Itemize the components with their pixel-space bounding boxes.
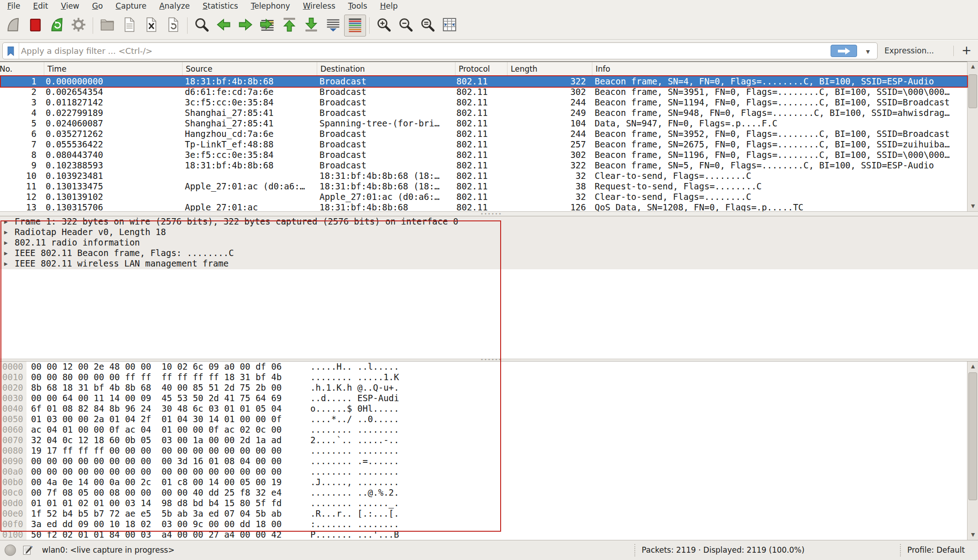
menu-item[interactable]: Help (374, 0, 404, 12)
hex-row[interactable]: 00a0 00 00 00 00 00 00 00 00 00 00 00 00… (0, 466, 967, 477)
scroll-up-arrow[interactable]: ▲ (968, 62, 978, 72)
menu-item[interactable]: Tools (342, 0, 374, 12)
hex-row[interactable]: 0030 00 00 64 00 11 14 00 09 45 53 50 2d… (0, 393, 967, 403)
detail-tree-row[interactable]: ▶ IEEE 802.11 wireless LAN management fr… (0, 258, 978, 269)
stop-capture-button[interactable] (24, 15, 46, 37)
close-capture-button[interactable] (140, 15, 162, 37)
column-header-destination[interactable]: Destination (317, 62, 455, 76)
apply-filter-button[interactable] (831, 45, 857, 57)
hex-row[interactable]: 0050 01 03 00 00 2a 01 04 2f 01 04 30 14… (0, 414, 967, 424)
packet-list-scrollbar[interactable]: ▲ ▼ (967, 62, 978, 211)
display-filter-input[interactable] (21, 43, 815, 58)
hex-ascii: .....H.. ..l..... (310, 361, 399, 372)
column-header-length[interactable]: Length (507, 62, 592, 76)
colorize-packets-button[interactable] (344, 15, 366, 37)
menu-item[interactable]: Wireless (297, 0, 342, 12)
go-back-button[interactable] (213, 15, 235, 37)
hex-row[interactable]: 00c0 00 7f 08 05 00 08 00 00 00 00 40 dd… (0, 487, 967, 498)
save-capture-button[interactable] (118, 15, 140, 37)
menu-item[interactable]: Edit (26, 0, 54, 12)
hex-row[interactable]: 0060 ac 04 01 00 00 0f ac 04 01 00 00 0f… (0, 424, 967, 435)
detail-tree-row[interactable]: ▶ IEEE 802.11 Beacon frame, Flags: .....… (0, 248, 978, 258)
hex-row[interactable]: 0040 6f 01 08 82 84 8b 96 24 30 48 6c 03… (0, 403, 967, 414)
packet-row[interactable]: 13 0.130315706 Apple_27:01:ac 18:31:bf:4… (0, 202, 967, 211)
find-packet-button[interactable] (191, 15, 213, 37)
packet-row[interactable]: 1 0.000000000 18:31:bf:4b:8b:68 Broadcas… (0, 76, 967, 87)
packet-row[interactable]: 12 0.130139102 Apple_27:01:ac (d0:a6:… 8… (0, 192, 967, 202)
column-header-protocol[interactable]: Protocol (455, 62, 507, 76)
capture-comment-button[interactable] (22, 544, 34, 556)
filter-dropdown-caret[interactable]: ▼ (866, 49, 870, 55)
go-first-packet-button[interactable] (278, 15, 300, 37)
cell-source: Tp-LinkT_ef:48:88 (185, 139, 316, 150)
packet-row[interactable]: 3 0.011827142 3c:f5:cc:0e:35:84 Broadcas… (0, 97, 967, 108)
filter-bookmark-button[interactable] (3, 43, 19, 59)
display-filter-field[interactable]: ▼ (2, 42, 878, 59)
scrollbar-thumb[interactable] (968, 74, 977, 108)
packet-row[interactable]: 8 0.080443740 3e:f5:cc:0e:35:84 Broadcas… (0, 150, 967, 160)
reload-file-button[interactable] (162, 15, 184, 37)
menu-item[interactable]: View (54, 0, 85, 12)
go-forward-button[interactable] (235, 15, 256, 37)
expander-arrow-icon[interactable]: ▶ (4, 248, 8, 258)
menu-item[interactable]: Statistics (196, 0, 245, 12)
hex-row[interactable]: 0020 8b 68 18 31 bf 4b 8b 68 40 00 85 51… (0, 382, 967, 393)
hex-row[interactable]: 00b0 00 4a 0e 14 00 0a 00 2c 01 c8 00 14… (0, 477, 967, 487)
scroll-down-arrow[interactable]: ▼ (968, 201, 978, 211)
expander-arrow-icon[interactable]: ▶ (4, 237, 8, 248)
packet-row[interactable]: 11 0.130133475 Apple_27:01:ac (d0:a6:… 1… (0, 181, 967, 192)
hex-pane-scrollbar[interactable]: ▲ ▼ (967, 361, 978, 540)
zoom-100-button[interactable] (417, 15, 439, 37)
pane-splitter[interactable]: •••••• (0, 211, 978, 216)
detail-tree-row[interactable]: ▶ 802.11 radio information (0, 237, 978, 248)
zoom-in-button[interactable] (373, 15, 395, 37)
go-to-packet-button[interactable] (256, 15, 278, 37)
column-header-source[interactable]: Source (183, 62, 317, 76)
expander-arrow-icon[interactable]: ▶ (4, 258, 8, 269)
expression-button[interactable]: Expression... (884, 40, 934, 62)
zoom-out-button[interactable] (395, 15, 417, 37)
packet-row[interactable]: 6 0.035271262 Hangzhou_cd:7a:6e Broadcas… (0, 129, 967, 139)
packet-row[interactable]: 7 0.055536422 Tp-LinkT_ef:48:88 Broadcas… (0, 139, 967, 150)
profile-button[interactable]: Profile: Default (907, 540, 965, 560)
expander-arrow-icon[interactable]: ▶ (4, 227, 8, 237)
menu-item[interactable]: Go (86, 0, 110, 12)
open-capture-button[interactable] (96, 15, 118, 37)
column-header-info[interactable]: Info (592, 62, 967, 76)
hex-row[interactable]: 00f0 3a ed dd 09 00 10 18 02 03 00 9c 00… (0, 519, 967, 529)
hex-row[interactable]: 0080 19 17 ff ff ff 00 00 00 00 00 00 00… (0, 445, 967, 456)
hex-row[interactable]: 00d0 01 01 01 02 01 00 03 14 98 d8 bd b4… (0, 498, 967, 508)
column-header-time[interactable]: Time (44, 62, 183, 76)
packet-row[interactable]: 10 0.103923481 18:31:bf:4b:8b:68 (18:… 8… (0, 171, 967, 181)
hex-row[interactable]: 0100 50 f2 02 01 01 84 00 03 a4 00 00 27… (0, 529, 967, 540)
hex-row[interactable]: 0000 00 00 12 00 2e 48 00 00 10 02 6c 09… (0, 361, 967, 372)
packet-row[interactable]: 9 0.102388593 18:31:bf:4b:8b:68 Broadcas… (0, 160, 967, 171)
hex-row[interactable]: 0090 00 00 00 00 00 00 00 00 00 3d 16 01… (0, 456, 967, 466)
hex-row[interactable]: 00e0 1f 52 b4 b5 b7 72 ae e5 5b ab 3a ed… (0, 508, 967, 519)
menu-item[interactable]: Telephony (245, 0, 297, 12)
column-header-no[interactable]: No. (0, 62, 44, 76)
menu-item[interactable]: Capture (109, 0, 153, 12)
hex-offset: 0000 (2, 361, 26, 372)
packet-row[interactable]: 2 0.002654354 d6:61:fe:cd:7a:6e Broadcas… (0, 87, 967, 97)
scroll-up-arrow[interactable]: ▲ (968, 361, 978, 372)
expert-info-button[interactable] (5, 544, 16, 556)
start-capture-button[interactable] (2, 15, 24, 37)
add-filter-button[interactable]: + (958, 40, 975, 62)
go-last-packet-button[interactable] (300, 15, 322, 37)
hex-row[interactable]: 0010 00 00 80 00 00 00 ff ff ff ff ff ff… (0, 372, 967, 382)
detail-tree-row[interactable]: ▶ Frame 1: 322 bytes on wire (2576 bits)… (0, 216, 978, 227)
packet-row[interactable]: 5 0.024060087 Shanghai_27:85:41 Spanning… (0, 118, 967, 129)
menu-item[interactable]: Analyze (153, 0, 196, 12)
packet-row[interactable]: 4 0.022799189 Shanghai_27:85:41 Broadcas… (0, 108, 967, 118)
hex-row[interactable]: 0070 32 04 0c 12 18 60 0b 05 03 00 1a 00… (0, 435, 967, 445)
resize-columns-button[interactable] (439, 15, 460, 37)
auto-scroll-button[interactable] (322, 15, 344, 37)
menu-item[interactable]: File (1, 0, 26, 12)
capture-options-button[interactable] (68, 15, 89, 37)
restart-capture-button[interactable] (46, 15, 68, 37)
detail-tree-row[interactable]: ▶ Radiotap Header v0, Length 18 (0, 227, 978, 237)
scroll-down-arrow[interactable]: ▼ (968, 530, 978, 540)
expander-arrow-icon[interactable]: ▶ (4, 216, 8, 227)
scrollbar-thumb[interactable] (968, 372, 977, 500)
